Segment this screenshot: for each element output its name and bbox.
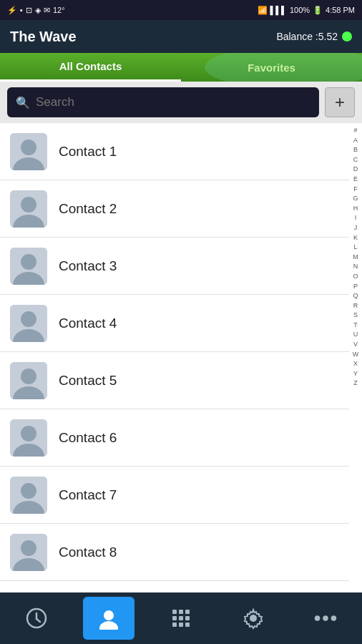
- alpha-B[interactable]: B: [353, 145, 358, 155]
- list-item[interactable]: Contact 2: [0, 180, 349, 238]
- svg-point-1: [21, 140, 36, 155]
- balance-value: 5.52: [318, 31, 338, 42]
- alpha-R[interactable]: R: [353, 301, 358, 311]
- svg-rect-33: [179, 616, 183, 620]
- alpha-J[interactable]: J: [354, 223, 358, 233]
- alpha-L[interactable]: L: [353, 243, 357, 252]
- svg-rect-34: [185, 616, 190, 620]
- search-bar: 🔍 +: [0, 82, 362, 123]
- avatar: [10, 248, 47, 285]
- status-right-info: 📶 ▌▌▌ 100% 🔋 4:58 PM: [258, 6, 356, 15]
- balance-section: Balance :5.52: [276, 31, 352, 42]
- alpha-X[interactable]: X: [353, 359, 358, 369]
- svg-point-41: [331, 615, 337, 621]
- clock-time: 4:58 PM: [326, 6, 355, 14]
- list-item[interactable]: Contact 3: [0, 238, 349, 295]
- svg-point-27: [104, 610, 114, 620]
- contact-name: Contact 3: [59, 258, 117, 274]
- battery-square-icon: ▪: [20, 6, 23, 14]
- more-dots-icon: [314, 614, 337, 623]
- list-item[interactable]: Contact 7: [0, 467, 349, 524]
- nav-dialpad-button[interactable]: [155, 597, 207, 640]
- alpha-D[interactable]: D: [353, 165, 358, 174]
- temperature-label: 12°: [53, 6, 65, 14]
- app-title: The Wave: [10, 29, 77, 45]
- svg-point-7: [21, 254, 36, 270]
- alpha-F[interactable]: F: [353, 185, 358, 194]
- svg-point-19: [21, 483, 36, 499]
- tabs-container: All Contacts Favorites: [0, 53, 362, 82]
- alpha-N[interactable]: N: [353, 262, 358, 271]
- svg-point-16: [21, 426, 36, 441]
- signal-bars-icon: ▌▌▌: [270, 6, 287, 14]
- nav-contacts-button[interactable]: [83, 597, 134, 640]
- alpha-Z[interactable]: Z: [353, 379, 358, 388]
- photo-icon: ⊡: [26, 6, 32, 15]
- alpha-O[interactable]: O: [353, 272, 358, 281]
- avatar: [10, 534, 47, 571]
- list-item[interactable]: Contact 1: [0, 123, 349, 180]
- balance-label: Balance :: [276, 31, 318, 42]
- svg-rect-32: [172, 616, 177, 620]
- svg-rect-30: [179, 610, 183, 614]
- svg-rect-29: [172, 610, 177, 614]
- list-item[interactable]: Contact 5: [0, 352, 349, 409]
- alpha-W[interactable]: W: [353, 350, 359, 359]
- svg-line-26: [36, 619, 40, 622]
- alpha-K[interactable]: K: [353, 233, 358, 243]
- app-header: The Wave Balance :5.52: [0, 20, 362, 53]
- add-contact-button[interactable]: +: [325, 87, 355, 117]
- alpha-T[interactable]: T: [353, 321, 358, 330]
- nav-history-button[interactable]: [11, 597, 62, 640]
- avatar: [10, 190, 47, 228]
- battery-icon: 🔋: [313, 6, 323, 15]
- svg-point-28: [99, 621, 118, 630]
- alpha-Q[interactable]: Q: [353, 291, 358, 301]
- alpha-hash[interactable]: #: [353, 126, 357, 135]
- alpha-E[interactable]: E: [353, 175, 358, 184]
- avatar: [10, 419, 47, 457]
- avatar: [10, 477, 47, 514]
- avatar: [10, 362, 47, 399]
- svg-rect-35: [172, 623, 177, 627]
- svg-point-39: [315, 615, 321, 621]
- contact-name: Contact 8: [59, 545, 117, 560]
- search-input-wrapper: 🔍: [7, 87, 319, 117]
- list-item[interactable]: Contact 4: [0, 295, 349, 352]
- alpha-H[interactable]: H: [353, 204, 358, 213]
- svg-point-40: [323, 615, 329, 621]
- tab-all-contacts[interactable]: All Contacts: [0, 53, 181, 82]
- tab-favorites[interactable]: Favorites: [181, 53, 362, 82]
- svg-rect-37: [185, 623, 190, 627]
- alpha-Y[interactable]: Y: [353, 369, 358, 379]
- svg-point-10: [21, 311, 36, 327]
- alpha-M[interactable]: M: [353, 253, 358, 262]
- contact-name: Contact 2: [59, 201, 117, 217]
- alpha-C[interactable]: C: [353, 155, 358, 165]
- svg-rect-36: [179, 623, 183, 627]
- clock-icon: [25, 607, 48, 630]
- svg-point-4: [21, 197, 36, 213]
- alpha-P[interactable]: P: [353, 282, 358, 291]
- nav-more-button[interactable]: [300, 597, 351, 640]
- nav-settings-button[interactable]: [228, 597, 279, 640]
- contact-name: Contact 6: [59, 430, 117, 446]
- alpha-A[interactable]: A: [353, 136, 358, 145]
- alpha-I[interactable]: I: [355, 213, 357, 223]
- alpha-U[interactable]: U: [353, 330, 358, 339]
- search-icon: 🔍: [16, 96, 30, 109]
- alpha-V[interactable]: V: [353, 340, 358, 349]
- message-icon: ✉: [44, 6, 50, 15]
- map-icon: ◈: [35, 6, 41, 15]
- contact-name: Contact 5: [59, 373, 117, 389]
- svg-rect-31: [185, 610, 190, 614]
- search-input[interactable]: [36, 95, 310, 109]
- avatar: [10, 305, 47, 342]
- alpha-S[interactable]: S: [353, 311, 358, 320]
- svg-point-22: [21, 540, 36, 556]
- list-item[interactable]: Contact 6: [0, 409, 349, 467]
- contact-name: Contact 4: [59, 316, 117, 331]
- contacts-area: Contact 1 Contact 2 Contac: [0, 123, 362, 592]
- list-item[interactable]: Contact 8: [0, 524, 349, 581]
- alpha-G[interactable]: G: [353, 194, 358, 203]
